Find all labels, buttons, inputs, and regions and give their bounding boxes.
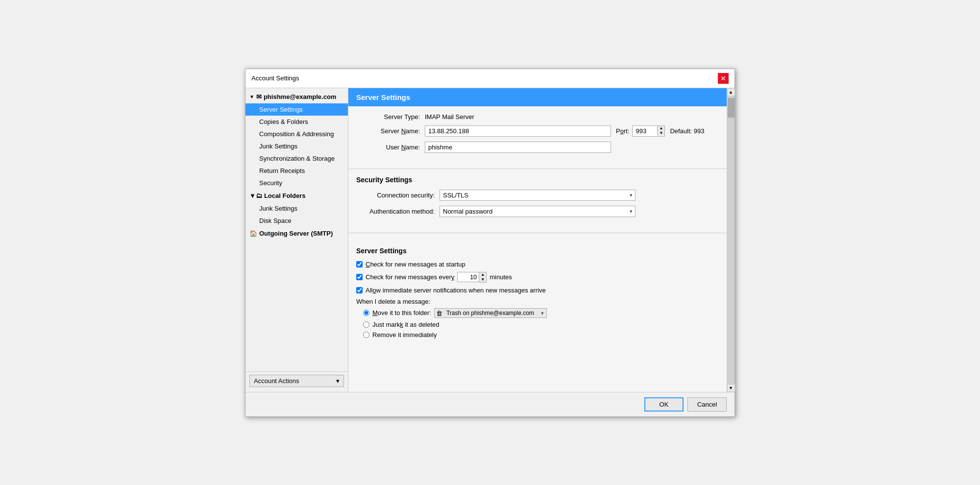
server-type-row: Server Type: IMAP Mail Server <box>356 113 719 121</box>
trash-folder-select[interactable]: Trash on phishme@example.com <box>434 308 547 318</box>
close-button[interactable]: ✕ <box>718 73 729 84</box>
local-folders-label: Local Folders <box>264 192 306 199</box>
trash-folder-select-wrap: 🗑 Trash on phishme@example.com <box>434 308 547 318</box>
check-every-row: Check for new messages every ▲ ▼ minutes <box>356 272 719 283</box>
allow-notifications-row: Allow immediate server notifications whe… <box>356 287 719 294</box>
connection-security-label: Connection security: <box>356 192 435 199</box>
account-email: phishme@example.com <box>264 93 337 100</box>
delete-radio-group: Move it to this folder: 🗑 Trash on phish… <box>363 308 719 339</box>
security-settings-title: Security Settings <box>356 176 719 184</box>
check-startup-checkbox[interactable] <box>356 261 363 267</box>
check-every-checkbox[interactable] <box>356 274 363 280</box>
check-startup-label: Check for new messages at startup <box>366 261 466 268</box>
cancel-button[interactable]: Cancel <box>687 397 727 412</box>
connection-security-select-wrap: SSL/TLS STARTTLS None <box>440 190 636 201</box>
server-info-section: Server Type: IMAP Mail Server Server Nam… <box>348 106 727 165</box>
port-input[interactable] <box>633 126 657 136</box>
when-delete-label: When I delete a message: <box>356 298 719 305</box>
sidebar-item-server-settings[interactable]: Server Settings <box>245 103 348 116</box>
account-actions-button[interactable]: Account Actions ▾ <box>249 375 344 387</box>
sidebar-item-return-receipts[interactable]: Return Receipts <box>245 165 348 177</box>
sidebar-outgoing-server[interactable]: 🏠 Outgoing Server (SMTP) <box>245 227 348 240</box>
scroll-track <box>727 96 735 384</box>
sidebar-bottom: Account Actions ▾ <box>245 371 348 390</box>
port-down-button[interactable]: ▼ <box>658 131 664 136</box>
dialog-title: Account Settings <box>251 74 299 82</box>
just-mark-radio[interactable] <box>363 321 369 328</box>
check-startup-row: Check for new messages at startup <box>356 261 719 268</box>
minutes-input-wrap: ▲ ▼ <box>457 272 487 283</box>
scroll-thumb[interactable] <box>728 98 735 118</box>
server-settings-2-title: Server Settings <box>356 247 719 255</box>
just-mark-label: Just markk it as deleted <box>372 321 440 328</box>
sidebar-item-security[interactable]: Security <box>245 177 348 189</box>
move-to-folder-label: Move it to this folder: <box>372 309 431 316</box>
mail-icon: ✉ <box>256 93 262 100</box>
sidebar-account-item[interactable]: ▼ ✉ phishme@example.com <box>245 90 348 103</box>
outgoing-server-label: Outgoing Server (SMTP) <box>259 230 333 237</box>
auth-method-label: Authentication method: <box>356 208 435 215</box>
main-content: Server Settings Server Type: IMAP Mail S… <box>348 88 727 392</box>
expand-icon: ▼ <box>249 192 256 199</box>
server-name-label: Server Name: <box>356 127 420 135</box>
minutes-down-button[interactable]: ▼ <box>479 277 486 282</box>
sidebar-item-local-junk[interactable]: Junk Settings <box>245 202 348 215</box>
username-row: User Name: <box>356 142 719 153</box>
just-mark-row: Just markk it as deleted <box>363 321 719 328</box>
folder-icon: 🗂 <box>256 192 262 199</box>
auth-method-row: Authentication method: Normal password N… <box>356 206 719 217</box>
account-settings-dialog: Account Settings ✕ ▼ ✉ phishme@example.c… <box>245 69 735 417</box>
allow-notifications-checkbox[interactable] <box>356 287 363 293</box>
dialog-body: ▼ ✉ phishme@example.com Server Settings … <box>245 88 735 392</box>
default-port-label: Default: 993 <box>670 127 704 135</box>
scroll-down-button[interactable]: ▼ <box>727 384 735 392</box>
server-name-row: Server Name: Port: ▲ ▼ De <box>356 125 719 137</box>
smtp-icon: 🏠 <box>249 230 257 237</box>
port-group: Port: ▲ ▼ Default: 993 <box>616 125 705 137</box>
server-settings-header: Server Settings <box>348 88 727 106</box>
minutes-up-button[interactable]: ▲ <box>479 272 486 277</box>
account-actions-chevron: ▾ <box>336 377 340 385</box>
scrollbar[interactable]: ▲ ▼ <box>727 88 735 392</box>
connection-security-row: Connection security: SSL/TLS STARTTLS No… <box>356 190 719 201</box>
move-to-folder-radio[interactable] <box>363 310 369 316</box>
sidebar-item-junk-settings[interactable]: Junk Settings <box>245 140 348 152</box>
sidebar-item-sync-storage[interactable]: Synchronization & Storage <box>245 152 348 165</box>
minutes-label: minutes <box>490 273 512 281</box>
sidebar-item-composition[interactable]: Composition & Addressing <box>245 128 348 140</box>
remove-immediately-row: Remove it immediately <box>363 331 719 339</box>
check-every-label: Check for new messages every <box>366 273 454 281</box>
sidebar-item-copies-folders[interactable]: Copies & Folders <box>245 116 348 128</box>
remove-immediately-label: Remove it immediately <box>372 331 437 339</box>
security-settings-section: Security Settings Connection security: S… <box>348 176 727 229</box>
username-input[interactable] <box>425 142 611 153</box>
username-label: User Name: <box>356 144 420 151</box>
auth-method-select-wrap: Normal password No authentication Encryp… <box>440 206 636 217</box>
divider-1 <box>348 169 727 169</box>
auth-method-select[interactable]: Normal password No authentication Encryp… <box>440 206 636 217</box>
minutes-input[interactable] <box>457 272 479 282</box>
server-type-label: Server Type: <box>356 113 420 121</box>
sidebar-item-disk-space[interactable]: Disk Space <box>245 215 348 227</box>
port-spinner: ▲ ▼ <box>657 126 664 136</box>
remove-immediately-radio[interactable] <box>363 332 369 338</box>
connection-security-select[interactable]: SSL/TLS STARTTLS None <box>440 190 636 201</box>
dialog-footer: OK Cancel <box>245 392 735 416</box>
expand-icon: ▼ <box>249 94 254 99</box>
port-input-wrap: ▲ ▼ <box>632 125 665 137</box>
server-name-input[interactable] <box>425 125 611 137</box>
scroll-up-button[interactable]: ▲ <box>727 88 735 96</box>
account-actions-label: Account Actions <box>254 377 299 385</box>
move-to-folder-row: Move it to this folder: 🗑 Trash on phish… <box>363 308 719 318</box>
minutes-spinner: ▲ ▼ <box>479 272 487 283</box>
title-bar: Account Settings ✕ <box>245 69 735 88</box>
ok-button[interactable]: OK <box>644 397 684 412</box>
sidebar-local-folders[interactable]: ▼ 🗂 Local Folders <box>245 189 348 202</box>
divider-2 <box>348 233 727 233</box>
allow-notifications-label: Allow immediate server notifications whe… <box>366 287 546 294</box>
sidebar: ▼ ✉ phishme@example.com Server Settings … <box>245 88 348 392</box>
server-type-value: IMAP Mail Server <box>425 113 474 121</box>
port-label: Port: <box>616 127 629 135</box>
port-up-button[interactable]: ▲ <box>658 126 664 131</box>
server-settings-2-section: Server Settings Check for new messages a… <box>348 240 727 348</box>
